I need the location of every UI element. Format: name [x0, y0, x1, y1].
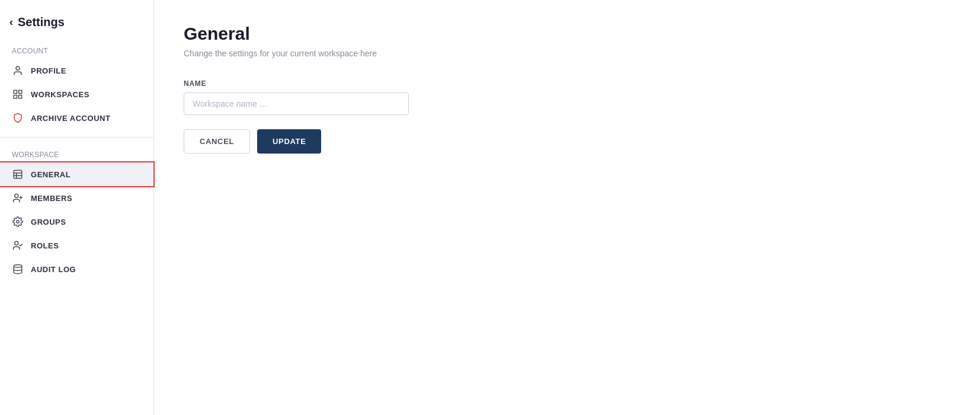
workspace-name-input[interactable]: [184, 92, 409, 115]
workspace-section-label: Workspace: [0, 145, 153, 162]
svg-point-14: [14, 265, 22, 268]
sidebar-item-groups-label: GROUPS: [31, 218, 66, 226]
svg-point-9: [15, 194, 18, 197]
sidebar-item-audit-log[interactable]: AUDIT LOG: [0, 257, 153, 281]
sidebar-item-roles[interactable]: ROLES: [0, 234, 153, 257]
sidebar-item-roles-label: ROLES: [31, 241, 59, 250]
database-icon: [12, 263, 24, 275]
sidebar-item-workspaces[interactable]: WORKSPACES: [0, 82, 153, 106]
svg-rect-2: [19, 90, 22, 93]
gear-icon: [12, 216, 24, 228]
account-section-label: Account: [0, 41, 153, 59]
sidebar-item-members-label: MEMBERS: [31, 194, 72, 203]
page-title: General: [184, 24, 950, 44]
sidebar-item-profile[interactable]: PROFILE: [0, 59, 153, 82]
sidebar: ‹ Settings Account PROFILE WORKSPACES: [0, 0, 154, 415]
svg-rect-3: [14, 95, 17, 98]
sidebar-item-members[interactable]: MEMBERS: [0, 186, 153, 210]
general-form: NAME CANCEL UPDATE: [184, 79, 409, 154]
sidebar-item-workspaces-label: WORKSPACES: [31, 90, 89, 99]
sidebar-title: Settings: [18, 15, 65, 29]
main-content: General Change the settings for your cur…: [154, 0, 980, 415]
svg-point-0: [16, 66, 20, 70]
sidebar-item-archive-account[interactable]: ARCHIVE ACCOUNT: [0, 106, 153, 130]
sidebar-item-profile-label: PROFILE: [31, 66, 66, 75]
person-icon: [12, 65, 24, 76]
sidebar-item-audit-log-label: AUDIT LOG: [31, 265, 76, 274]
back-button[interactable]: ‹ Settings: [0, 12, 153, 41]
sidebar-divider: [0, 137, 153, 138]
svg-rect-5: [14, 170, 22, 178]
person-badge-icon: [12, 240, 24, 251]
grid-icon: [12, 88, 24, 100]
shield-icon: [12, 112, 24, 124]
cancel-button[interactable]: CANCEL: [184, 129, 250, 154]
sidebar-item-general[interactable]: GENERAL: [0, 162, 153, 186]
back-chevron-icon: ‹: [9, 16, 13, 28]
page-subtitle: Change the settings for your current wor…: [184, 49, 950, 58]
svg-rect-4: [19, 95, 22, 98]
list-icon: [12, 168, 24, 180]
person-plus-icon: [12, 192, 24, 204]
svg-point-12: [17, 221, 20, 224]
form-actions: CANCEL UPDATE: [184, 129, 409, 154]
svg-point-13: [15, 241, 18, 245]
sidebar-item-groups[interactable]: GROUPS: [0, 210, 153, 234]
sidebar-item-archive-label: ARCHIVE ACCOUNT: [31, 114, 110, 123]
name-field-label: NAME: [184, 79, 409, 88]
svg-rect-1: [14, 90, 17, 93]
update-button[interactable]: UPDATE: [257, 129, 321, 154]
sidebar-item-general-label: GENERAL: [31, 170, 71, 179]
